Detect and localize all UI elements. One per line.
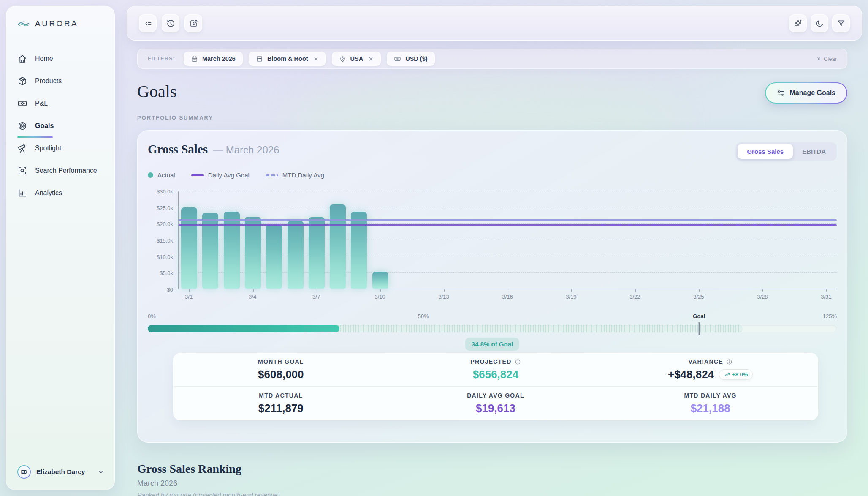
stat-label: PROJECTED — [470, 358, 511, 365]
sidebar-item-pnl[interactable]: P&L — [17, 95, 103, 112]
card-title: Gross Sales — [148, 142, 208, 156]
goal-progress: 0% 50% Goal 125% 34.8% of Goal — [148, 313, 837, 351]
avatar-initials: ED — [18, 466, 30, 478]
progress-mid-label: 50% — [418, 313, 429, 319]
legend-item-daily-avg-goal: Daily Avg Goal — [191, 172, 250, 179]
legend-dot-actual — [148, 172, 153, 178]
close-icon[interactable] — [368, 56, 374, 62]
card-subtitle: — March 2026 — [213, 144, 279, 156]
close-icon — [816, 57, 821, 61]
progress-start-label: 0% — [148, 313, 156, 319]
sidebar-item-products[interactable]: Products — [17, 73, 103, 90]
sidebar-item-label: Spotlight — [35, 144, 61, 152]
sidebar-item-label: Products — [35, 77, 62, 85]
sidebar-item-spotlight[interactable]: Spotlight — [17, 140, 103, 157]
sidebar-item-label: P&L — [35, 100, 48, 107]
sidebar-item-analytics[interactable]: Analytics — [17, 185, 103, 202]
user-menu[interactable]: ED Elizabeth Darcy — [17, 465, 104, 479]
stat-label: MTD DAILY AVG — [684, 392, 737, 399]
bar-3/7[interactable] — [309, 217, 325, 289]
bar-3/5[interactable] — [266, 225, 282, 289]
clear-filters-button[interactable]: Clear — [816, 56, 837, 62]
stat-projected: PROJECTED $656,824 — [388, 353, 603, 387]
collapse-sidebar-button[interactable] — [139, 14, 157, 32]
avatar: ED — [17, 465, 31, 479]
progress-track[interactable] — [148, 325, 837, 332]
topbar — [127, 6, 862, 41]
sidebar-item-goals[interactable]: Goals — [17, 117, 103, 134]
filter-chip-month[interactable]: March 2026 — [184, 52, 243, 66]
filter-funnel-icon — [837, 19, 846, 28]
y-axis-label: $0 — [167, 286, 173, 293]
history-icon — [166, 19, 175, 28]
bar-3/9[interactable] — [351, 212, 367, 289]
y-axis-label: $15.0k — [157, 237, 173, 244]
store-icon — [256, 55, 263, 63]
manage-goals-label: Manage Goals — [790, 89, 835, 97]
banknote-icon — [17, 98, 27, 109]
info-icon[interactable] — [515, 359, 521, 365]
calendar-icon — [191, 55, 198, 63]
gridline — [179, 223, 837, 224]
legend-item-mtd-daily-avg: MTD Daily Avg — [266, 172, 324, 179]
bar-3/10[interactable] — [372, 272, 388, 289]
reference-line-mtd-daily-avg — [179, 219, 837, 221]
progress-badge: 34.8% of Goal — [465, 338, 519, 351]
stat-month-goal: MONTH GOAL $608,000 — [174, 353, 388, 387]
bar-3/8[interactable] — [330, 204, 346, 289]
sliders-icon — [777, 89, 785, 97]
legend-label: Daily Avg Goal — [208, 172, 250, 179]
close-icon[interactable] — [313, 56, 319, 62]
daily-sales-bar-chart: $0$5.0k$10.0k$15.0k$20.0k$25.0k$30.0k — [148, 191, 837, 289]
search-performance-scan-icon — [17, 166, 27, 176]
compose-icon — [189, 19, 198, 28]
sidebar-item-home[interactable]: Home — [17, 50, 103, 67]
legend-label: Actual — [157, 172, 175, 179]
toggle-gross-sales[interactable]: Gross Sales — [738, 144, 793, 159]
x-axis-label: 3/7 — [312, 294, 320, 300]
filter-chip-country[interactable]: USA — [332, 52, 381, 66]
bar-3/6[interactable] — [288, 221, 304, 289]
sidebar-item-label: Search Performance — [35, 167, 97, 174]
bar-3/3[interactable] — [224, 212, 240, 289]
goal-label: Goal — [693, 313, 705, 319]
analytics-bars-icon — [17, 188, 27, 198]
gridline — [179, 191, 837, 191]
bar-3/4[interactable] — [245, 217, 261, 289]
goal-marker — [698, 322, 700, 335]
info-icon[interactable] — [726, 359, 732, 365]
page-header: Goals Manage Goals — [137, 82, 847, 104]
aurora-wave-icon — [17, 19, 31, 28]
page-title: Goals — [137, 82, 176, 101]
legend-line-daily-avg-goal — [191, 174, 204, 176]
y-axis-label: $25.0k — [157, 205, 173, 211]
stat-label: MONTH GOAL — [258, 358, 304, 365]
home-icon — [17, 54, 27, 64]
products-box-icon — [17, 76, 27, 86]
dark-mode-button[interactable] — [811, 14, 828, 32]
sidebar-item-label: Home — [35, 55, 53, 63]
toggle-ebitda[interactable]: EBITDA — [793, 144, 835, 159]
progress-fill — [148, 325, 339, 332]
legend-label: MTD Daily Avg — [282, 172, 324, 179]
ranking-title: Gross Sales Ranking — [137, 462, 847, 476]
progress-end-label: 125% — [823, 313, 837, 319]
x-axis-label: 3/13 — [438, 294, 449, 300]
stat-label: VARIANCE — [688, 358, 723, 365]
x-axis-label: 3/31 — [821, 294, 831, 300]
sidebar-item-search-performance[interactable]: Search Performance — [17, 162, 103, 179]
sidebar-nav: Home Products P&L Goals Spotlight — [17, 50, 103, 202]
manage-goals-button[interactable]: Manage Goals — [765, 82, 847, 104]
variance-percent: +8.0% — [732, 371, 748, 378]
sidebar-item-label: Analytics — [35, 189, 62, 197]
x-axis-label: 3/22 — [629, 294, 640, 300]
compose-button[interactable] — [184, 14, 202, 32]
stat-mtd-actual: MTD ACTUAL $211,879 — [174, 387, 388, 420]
ai-assistant-button[interactable] — [789, 14, 807, 32]
variance-badge: +8.0% — [719, 369, 753, 380]
filter-chip-currency[interactable]: USD ($) — [387, 52, 434, 66]
filter-chip-brand[interactable]: Bloom & Root — [249, 52, 326, 66]
filter-button[interactable] — [832, 14, 850, 32]
x-axis-label: 3/25 — [693, 294, 704, 300]
history-button[interactable] — [162, 14, 179, 32]
